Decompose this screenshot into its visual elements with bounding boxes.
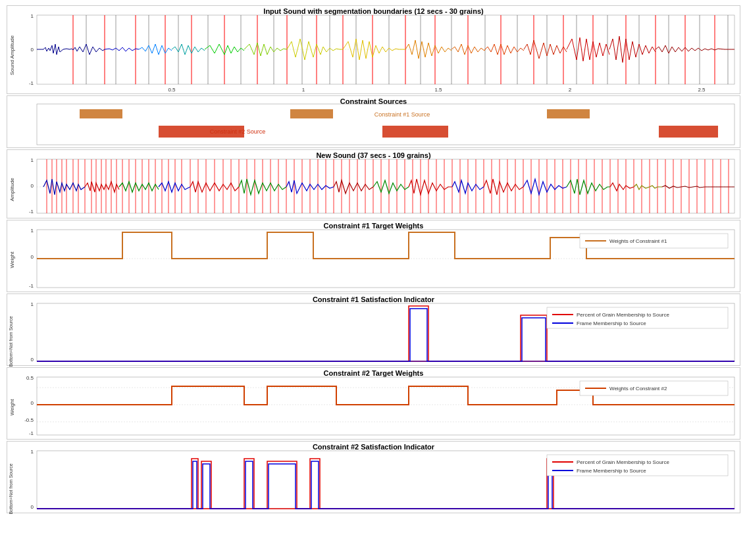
panel-constraint1-weights: Constraint #1 Target Weights 1 0 -1 Weig… (7, 220, 740, 292)
svg-text:Constraint #2 Source: Constraint #2 Source (210, 128, 266, 135)
svg-text:0.5: 0.5 (26, 375, 34, 381)
svg-text:Frame Membership to Source: Frame Membership to Source (577, 320, 646, 326)
svg-rect-56 (80, 109, 122, 118)
svg-rect-0 (37, 15, 734, 84)
svg-text:2.5: 2.5 (698, 87, 706, 93)
svg-text:2: 2 (569, 87, 572, 93)
svg-rect-61 (382, 126, 448, 138)
svg-text:1: 1 (302, 87, 305, 93)
svg-text:0: 0 (31, 47, 34, 53)
panel1-svg: 1 0 -1 0.5 1 1.5 2 2.5 Sound Amplitude (7, 6, 741, 95)
svg-text:-1: -1 (29, 80, 34, 86)
panel3-svg: 1 0 -1 Amplitude (7, 150, 741, 219)
main-container: Input Sound with segmentation boundaries… (0, 0, 747, 560)
svg-text:Weight: Weight (9, 251, 15, 268)
panel2-svg: Constraint #1 Source Constraint #2 Sourc… (7, 96, 741, 149)
svg-text:Bottom=Not from Source: Bottom=Not from Source (9, 316, 13, 367)
panel5-svg: 1 0 Top=From Source Bottom=Not from Sour… (7, 294, 741, 367)
svg-text:Sound Amplitude: Sound Amplitude (9, 35, 15, 75)
svg-text:Percent of Grain Membership to: Percent of Grain Membership to Source (577, 312, 670, 318)
panel7-svg: 1 0 Top=From Source Bottom=Not from Sour… (7, 442, 741, 514)
svg-text:0: 0 (31, 183, 34, 189)
svg-text:Percent of Grain Membership to: Percent of Grain Membership to Source (577, 459, 670, 465)
svg-text:Bottom=Not from Source: Bottom=Not from Source (9, 463, 13, 514)
panel-constraint-sources: Constraint Sources Constraint #1 Source … (7, 95, 740, 148)
svg-text:1: 1 (31, 449, 34, 455)
svg-rect-58 (547, 109, 590, 118)
svg-text:0: 0 (31, 400, 34, 406)
svg-text:0.5: 0.5 (168, 87, 176, 93)
panel-input-sound: Input Sound with segmentation boundaries… (7, 5, 740, 94)
svg-text:1: 1 (31, 13, 34, 19)
panel4-svg: 1 0 -1 Weight Weights of Constraint #1 (7, 220, 741, 293)
panel-constraint2-satisfaction: Constraint #2 Satisfaction Indicator 1 0… (7, 441, 740, 513)
svg-text:-1: -1 (29, 283, 34, 289)
panel-constraint2-weights: Constraint #2 Target Weights 0.5 0 -0.5 … (7, 367, 740, 440)
svg-text:-1: -1 (29, 209, 34, 215)
svg-text:Weight: Weight (9, 399, 15, 416)
panel-constraint1-satisfaction: Constraint #1 Satisfaction Indicator 1 0… (7, 293, 740, 366)
svg-rect-62 (659, 126, 718, 138)
svg-text:1: 1 (31, 301, 34, 307)
svg-text:-0.5: -0.5 (24, 417, 34, 423)
svg-text:0: 0 (31, 357, 34, 363)
svg-text:Weights of Constraint #1: Weights of Constraint #1 (609, 238, 667, 244)
svg-rect-55 (37, 104, 734, 145)
svg-text:Frame Membership to Source: Frame Membership to Source (577, 468, 646, 474)
svg-text:0: 0 (31, 504, 34, 510)
svg-text:1.5: 1.5 (434, 87, 442, 93)
svg-text:Weights of Constraint #2: Weights of Constraint #2 (609, 386, 667, 392)
svg-text:Constraint #1 Source: Constraint #1 Source (374, 111, 430, 118)
svg-text:1: 1 (31, 228, 34, 234)
svg-text:1: 1 (31, 157, 34, 163)
svg-rect-57 (290, 109, 333, 118)
svg-text:-1: -1 (29, 430, 34, 436)
svg-text:0: 0 (31, 254, 34, 260)
panel-new-sound: New Sound (37 secs - 109 grains) 1 0 -1 … (7, 149, 740, 218)
panel6-svg: 0.5 0 -0.5 -1 Weight Weights of Constrai… (7, 368, 741, 440)
svg-text:Amplitude: Amplitude (9, 178, 15, 201)
